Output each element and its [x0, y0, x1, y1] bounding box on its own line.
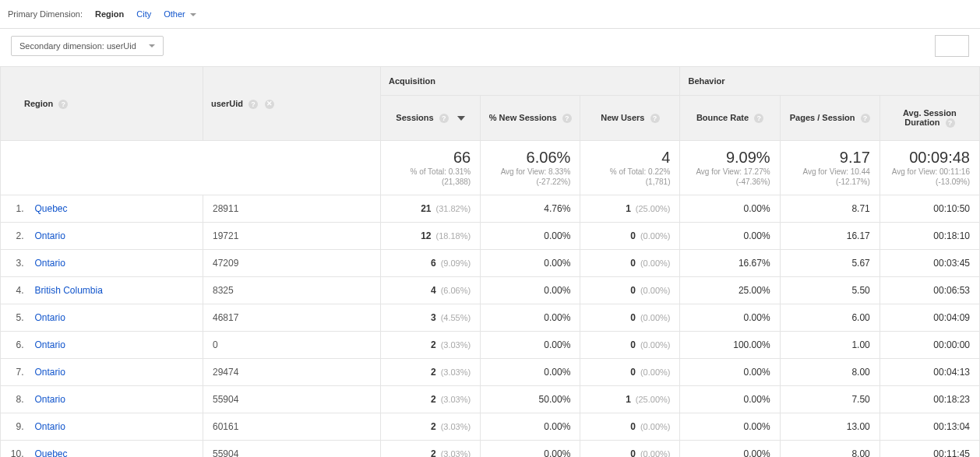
table-row: 2.Ontario1972112(18.18%)0.00%0(0.00%)0.0…: [1, 223, 980, 250]
row-index: 9.: [1, 413, 27, 441]
pctnew-value: 0.00%: [481, 277, 580, 304]
pctnew-value: 0.00%: [481, 304, 580, 332]
secondary-dimension-bar: Secondary dimension: userUid: [0, 29, 980, 66]
bounce-value: 0.00%: [680, 413, 780, 441]
pctnew-value: 0.00%: [481, 223, 580, 250]
sessions-value: 21(31.82%): [381, 195, 481, 223]
help-icon[interactable]: ?: [650, 114, 660, 123]
pctnew-value: 0.00%: [481, 441, 580, 457]
remove-icon[interactable]: ✕: [265, 100, 274, 109]
sessions-value: 2(3.03%): [381, 332, 481, 359]
tab-other[interactable]: Other: [157, 6, 203, 22]
data-table: Region ? userUid ? ✕ Acquisition Behavio…: [0, 66, 980, 457]
uid-value: 28911: [203, 195, 381, 223]
table-row: 1.Quebec2891121(31.82%)4.76%1(25.00%)0.0…: [1, 195, 980, 223]
tab-other-label: Other: [164, 9, 185, 19]
pages-value: 5.67: [780, 250, 880, 277]
table-row: 5.Ontario468173(4.55%)0.00%0(0.00%)0.00%…: [1, 304, 980, 332]
bounce-value: 0.00%: [680, 195, 780, 223]
sessions-header-label: Sessions: [396, 113, 433, 122]
secondary-dimension-dropdown[interactable]: Secondary dimension: userUid: [11, 36, 164, 56]
tab-region[interactable]: Region: [89, 6, 130, 22]
primary-dimension-label: Primary Dimension:: [8, 9, 83, 19]
region-link[interactable]: Ontario: [27, 304, 203, 332]
region-link[interactable]: British Columbia: [27, 277, 203, 304]
uid-value: 47209: [203, 250, 381, 277]
help-icon[interactable]: ?: [439, 114, 449, 123]
newusers-value: 0(0.00%): [580, 304, 680, 332]
tab-city[interactable]: City: [130, 6, 157, 22]
column-header-sessions[interactable]: Sessions ?: [381, 96, 481, 141]
summary-pctnew: 6.06% Avg for View: 8.33% (-27.22%): [481, 141, 580, 195]
help-icon[interactable]: ?: [58, 100, 68, 109]
pctnew-value: 0.00%: [481, 413, 580, 441]
summary-pages: 9.17 Avg for View: 10.44 (-12.17%): [780, 141, 880, 195]
row-index: 2.: [1, 223, 27, 250]
bounce-value: 100.00%: [680, 332, 780, 359]
table-row: 8.Ontario559042(3.03%)50.00%1(25.00%)0.0…: [1, 386, 980, 413]
region-link[interactable]: Quebec: [27, 195, 203, 223]
region-link[interactable]: Ontario: [27, 332, 203, 359]
sessions-value: 12(18.18%): [381, 223, 481, 250]
bounce-value: 0.00%: [680, 304, 780, 332]
newusers-value: 0(0.00%): [580, 441, 680, 457]
sessions-value: 2(3.03%): [381, 413, 481, 441]
column-header-duration[interactable]: Avg. Session Duration ?: [880, 96, 979, 141]
duration-value: 00:03:45: [880, 250, 979, 277]
pctnew-value: 4.76%: [481, 195, 580, 223]
help-icon[interactable]: ?: [861, 114, 870, 123]
help-icon[interactable]: ?: [249, 100, 258, 109]
sessions-value: 2(3.03%): [381, 386, 481, 413]
column-header-useruid[interactable]: userUid ? ✕: [203, 67, 381, 141]
sort-descending-icon: [457, 116, 465, 121]
duration-value: 00:11:45: [880, 441, 979, 457]
region-link[interactable]: Ontario: [27, 250, 203, 277]
bounce-value: 0.00%: [680, 223, 780, 250]
column-header-new-users[interactable]: New Users ?: [580, 96, 680, 141]
row-index: 7.: [1, 359, 27, 386]
uid-value: 60161: [203, 413, 381, 441]
column-header-pct-new[interactable]: % New Sessions ?: [481, 96, 580, 141]
column-header-pages[interactable]: Pages / Session ?: [780, 96, 880, 141]
chevron-down-icon: [190, 13, 196, 16]
help-icon[interactable]: ?: [562, 114, 572, 123]
column-header-bounce[interactable]: Bounce Rate ?: [680, 96, 780, 141]
primary-dimension-bar: Primary Dimension: Region City Other: [0, 0, 980, 29]
region-link[interactable]: Ontario: [27, 359, 203, 386]
pctnew-value: 50.00%: [481, 386, 580, 413]
newusers-value: 0(0.00%): [580, 250, 680, 277]
column-header-region[interactable]: Region ?: [1, 67, 203, 141]
table-row: 10.Quebec559042(3.03%)0.00%0(0.00%)0.00%…: [1, 441, 980, 457]
newusers-value: 0(0.00%): [580, 223, 680, 250]
uid-value: 55904: [203, 386, 381, 413]
pages-value: 6.00: [780, 304, 880, 332]
row-index: 4.: [1, 277, 27, 304]
search-input[interactable]: [935, 35, 969, 57]
region-link[interactable]: Ontario: [27, 386, 203, 413]
duration-value: 00:04:13: [880, 359, 979, 386]
newusers-value: 1(25.00%): [580, 386, 680, 413]
bounce-value: 0.00%: [680, 359, 780, 386]
row-index: 6.: [1, 332, 27, 359]
duration-value: 00:00:00: [880, 332, 979, 359]
pages-header-label: Pages / Session: [790, 113, 855, 122]
help-icon[interactable]: ?: [946, 118, 955, 128]
pages-value: 16.17: [780, 223, 880, 250]
pages-value: 8.00: [780, 441, 880, 457]
useruid-header-label: userUid: [211, 99, 243, 108]
sessions-value: 4(6.06%): [381, 277, 481, 304]
summary-duration: 00:09:48 Avg for View: 00:11:16 (-13.09%…: [880, 141, 979, 195]
duration-value: 00:04:09: [880, 304, 979, 332]
group-header-acquisition: Acquisition: [381, 67, 680, 96]
uid-value: 19721: [203, 223, 381, 250]
duration-value: 00:06:53: [880, 277, 979, 304]
duration-value: 00:10:50: [880, 195, 979, 223]
region-link[interactable]: Quebec: [27, 441, 203, 457]
row-index: 8.: [1, 386, 27, 413]
sessions-value: 3(4.55%): [381, 304, 481, 332]
duration-value: 00:18:23: [880, 386, 979, 413]
pages-value: 7.50: [780, 386, 880, 413]
region-link[interactable]: Ontario: [27, 223, 203, 250]
region-link[interactable]: Ontario: [27, 413, 203, 441]
help-icon[interactable]: ?: [754, 114, 763, 123]
